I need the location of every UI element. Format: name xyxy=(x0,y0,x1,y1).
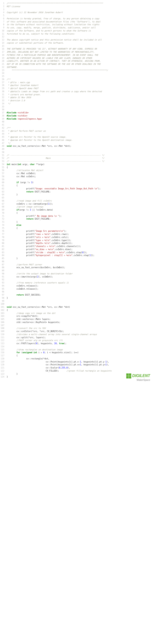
line-number: 34 xyxy=(0,102,7,105)
code-line: 52/* Main */ xyxy=(0,157,152,160)
code-line: 70 { xyxy=(0,212,152,214)
code-line: 53/* -----------------------------------… xyxy=(0,160,152,163)
line-number: 112 xyxy=(0,339,7,342)
line-number: 108 xyxy=(0,327,7,330)
line-number: 105 xyxy=(0,318,7,321)
code-line: 34 */ xyxy=(0,102,152,105)
code-line: 2MIT License xyxy=(0,5,152,8)
line-number: 68 xyxy=(0,205,7,208)
code-content xyxy=(7,72,152,75)
code-line: 23 *************************************… xyxy=(0,69,152,72)
line-number: 60 xyxy=(0,181,7,184)
line-number: 37 xyxy=(0,111,7,114)
code-line: 44 * xyxy=(0,132,152,136)
code-content: printf(" No image data \n "); xyxy=(7,214,152,218)
line-number: 64 xyxy=(0,193,7,196)
code-line: 30 * @details Loads an image from src pa… xyxy=(0,90,152,93)
line-number: 15 xyxy=(0,44,7,48)
line-number: 116 xyxy=(0,351,7,354)
line-number: 11 xyxy=(0,32,7,36)
code-content: printf("Usage: executable Image_Src_Path… xyxy=(7,187,152,190)
code-line: 112 //FAST corner alg on greyscale src (… xyxy=(0,339,152,342)
code-line: 107 xyxy=(0,324,152,327)
code-line: 22SOFTWARE. xyxy=(0,66,152,69)
code-content: /* Main */ xyxy=(7,157,152,160)
line-number: 63 xyxy=(0,190,7,194)
line-number: 32 xyxy=(0,96,7,99)
code-line: 83 printf("stride : step[0] = %u\n",cvIm… xyxy=(0,251,152,254)
code-line: 100 xyxy=(0,302,152,306)
code-line: 77 printf("rows = %u\n",cvImSrc.rows); xyxy=(0,233,152,236)
code-line: 96 xyxy=(0,290,152,294)
code-content: cv::Mat cvImDst; xyxy=(7,172,152,175)
code-line: 116 for (unsigned int i = 0; i < keypoin… xyxy=(0,351,152,354)
code-content: void ocv_sw_fast_corners(cv::Mat *src, c… xyxy=(7,144,152,148)
code-content: printf("depth= %i\n",cvImSrc.depth()); xyxy=(7,242,152,245)
line-number: 22 xyxy=(0,66,7,69)
code-line: 122 CV_FILLED); //green filled rectangle… xyxy=(0,370,152,372)
code-line: 13The above copyright notice and this pe… xyxy=(0,38,152,42)
code-content: printf("channels = %i\n",cvImSrc.channel… xyxy=(7,245,152,248)
code-line: 88 ocv_sw_fast_corners(&cvImSrc, &cvImDs… xyxy=(0,266,152,269)
code-content: //draw rectangles on destination image xyxy=(7,348,152,351)
code-content: printf("type = %i\n",cvImSrc.type()); xyxy=(7,239,152,242)
code-content: * xyxy=(7,132,152,136)
line-number: 27 xyxy=(0,81,7,84)
code-content: Permission is hereby granted, free of ch… xyxy=(7,17,152,20)
code-line: 119 cv::Point(keypoints[i].pt.x-1, keypo… xyxy=(0,360,152,364)
line-number: 7 xyxy=(0,20,7,23)
code-line: 59 xyxy=(0,178,152,181)
code-content: printf("Image Src parameters\n"); xyxy=(7,230,152,233)
code-content: printf("cols = %u\n",cvImSrc.cols); xyxy=(7,236,152,239)
code-content: * @file : main.cpp xyxy=(7,81,152,84)
line-number: 74 xyxy=(0,224,7,227)
code-line: 106 std::vector<cv::KeyPoint> keypoints; xyxy=(0,321,152,324)
line-number: 87 xyxy=(0,263,7,266)
line-number: 24 xyxy=(0,72,7,75)
code-line: 86 xyxy=(0,260,152,263)
code-line: 85 } xyxy=(0,257,152,260)
code-content: else xyxy=(7,224,152,227)
code-content: CV_FILLED); //green filled rectangle on … xyxy=(7,370,152,372)
code-line: 93 //free memory (reference counters equ… xyxy=(0,281,152,284)
code-content: printf("byteperpixel : step[1] = %u\n",c… xyxy=(7,254,152,257)
code-line: 42/** xyxy=(0,126,152,130)
line-number: 102 xyxy=(0,309,7,312)
code-content: #include <cstdio> xyxy=(7,114,152,118)
code-line: 33 * @version 1.0 xyxy=(0,99,152,102)
line-number: 5 xyxy=(0,14,7,17)
code-line: 99 xyxy=(0,300,152,303)
code-line: 35 xyxy=(0,105,152,108)
code-line: 115 //draw rectangles on destination ima… xyxy=(0,348,152,351)
code-content: * @author Jonathan Aubert xyxy=(7,84,152,87)
line-number: 44 xyxy=(0,132,7,136)
code-line: 36 xyxy=(0,108,152,111)
code-content: //deep copy src image on the dst xyxy=(7,312,152,315)
code-content: /* -------------------------------------… xyxy=(7,160,152,163)
code-content: copies or substantial portions of the So… xyxy=(7,42,152,44)
code-line: 28 * @author Jonathan Aubert xyxy=(0,84,152,87)
line-number: 25 xyxy=(0,75,7,78)
code-content: * @date 21 Nov 2016 xyxy=(7,96,152,99)
line-number: 36 xyxy=(0,108,7,111)
line-number: 12 xyxy=(0,35,7,38)
line-number: 118 xyxy=(0,357,7,360)
code-line: 64 } xyxy=(0,193,152,196)
line-number: 96 xyxy=(0,290,7,294)
code-content: cv::Point(keypoints[i].pt.x-1, keypoints… xyxy=(7,360,152,364)
line-number: 121 xyxy=(0,366,7,370)
code-line: 41 xyxy=(0,123,152,126)
code-content xyxy=(7,105,152,108)
code-line: 39#include <opencv2/opencv.hpp> xyxy=(0,118,152,120)
code-content: //read image and fill cvImSrc xyxy=(7,199,152,202)
code-line: 38#include <cstdio> xyxy=(0,114,152,118)
code-line: 111 cv::split(*src, layers); xyxy=(0,336,152,339)
line-number: 119 xyxy=(0,360,7,364)
line-number: 10 xyxy=(0,29,7,32)
line-number: 53 xyxy=(0,160,7,163)
code-content xyxy=(7,148,152,151)
code-content: SOFTWARE. xyxy=(7,66,152,69)
code-content: return EXIT_FAILURE; xyxy=(7,190,152,194)
code-line: 90 //write the output image to destinati… xyxy=(0,272,152,275)
line-number: 2 xyxy=(0,5,7,8)
